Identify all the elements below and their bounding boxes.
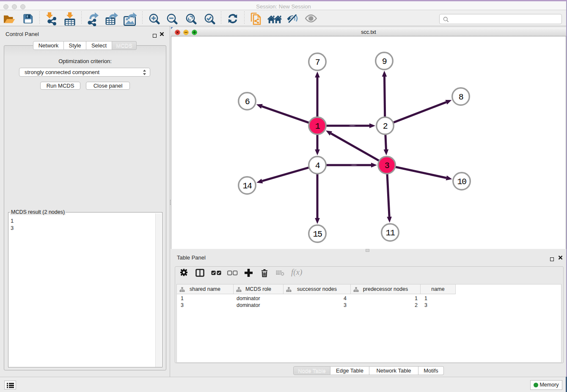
svg-text:7: 7 <box>315 58 320 67</box>
svg-text:2: 2 <box>383 121 388 131</box>
svg-text:11: 11 <box>385 228 395 238</box>
svg-text:10: 10 <box>457 177 466 187</box>
svg-text:14: 14 <box>242 181 252 191</box>
svg-text:4: 4 <box>315 161 320 171</box>
svg-text:9: 9 <box>382 57 387 66</box>
svg-text:3: 3 <box>385 161 389 171</box>
svg-text:1: 1 <box>315 121 320 131</box>
svg-text:6: 6 <box>245 97 250 107</box>
svg-text:15: 15 <box>313 229 322 239</box>
svg-text:8: 8 <box>459 92 463 102</box>
